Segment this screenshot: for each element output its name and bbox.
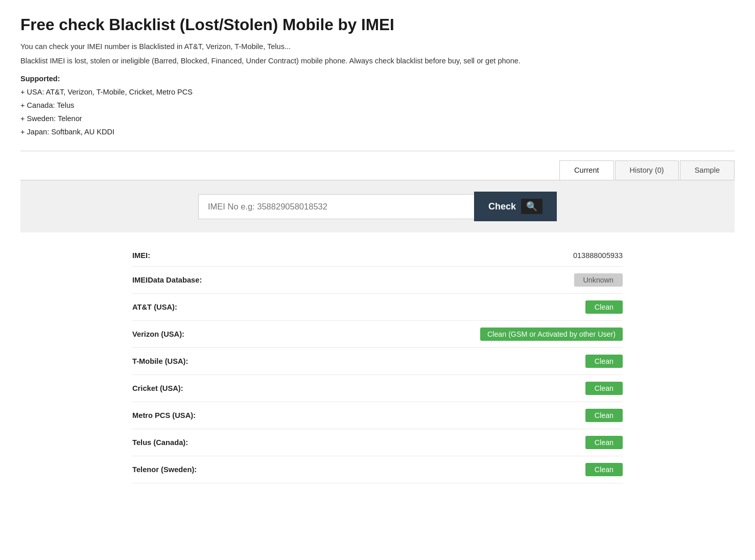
result-badge: Clean (GSM or Activated by other User) [480, 328, 623, 341]
result-badge: Clean [585, 382, 623, 395]
result-row: IMEIData Database:Unknown [132, 267, 623, 294]
tab-current[interactable]: Current [559, 160, 614, 180]
result-label: Cricket (USA): [132, 384, 183, 392]
check-button-label: Check [488, 201, 516, 212]
result-row: Verizon (USA):Clean (GSM or Activated by… [132, 321, 623, 348]
supported-label: Supported: [20, 75, 60, 83]
result-label: Metro PCS (USA): [132, 411, 196, 419]
intro-line2: Blacklist IMEI is lost, stolen or inelig… [20, 56, 735, 67]
result-label: Telus (Canada): [132, 438, 188, 447]
result-label: T-Mobile (USA): [132, 357, 188, 365]
search-area: Check 🔍 [20, 180, 735, 232]
result-badge: Clean [585, 300, 623, 314]
result-row: T-Mobile (USA):Clean [132, 348, 623, 375]
result-label: Verizon (USA): [132, 330, 184, 338]
supported-item: + USA: AT&T, Verizon, T-Mobile, Cricket,… [20, 85, 735, 99]
tab-sample[interactable]: Sample [680, 160, 735, 180]
tabs-row: CurrentHistory (0)Sample [20, 160, 735, 180]
intro-line1: You can check your IMEI number is Blackl… [20, 41, 735, 53]
result-badge: Clean [585, 436, 623, 449]
results-container: IMEI: 013888005933 IMEIData Database:Unk… [132, 245, 623, 483]
result-badge: Unknown [574, 273, 623, 287]
result-row: Telus (Canada):Clean [132, 429, 623, 456]
result-row: Telenor (Sweden):Clean [132, 456, 623, 483]
result-badge: Clean [585, 409, 623, 422]
result-row: AT&T (USA):Clean [132, 294, 623, 321]
supported-item: + Japan: Softbank, AU KDDI [20, 125, 735, 138]
search-icon: 🔍 [521, 199, 542, 214]
result-label: IMEIData Database: [132, 276, 202, 284]
page-title: Free check Blacklist (Lost/Stolen) Mobil… [20, 15, 735, 34]
result-label: AT&T (USA): [132, 303, 177, 311]
supported-section: Supported: + USA: AT&T, Verizon, T-Mobil… [20, 72, 735, 139]
supported-items: + USA: AT&T, Verizon, T-Mobile, Cricket,… [20, 85, 735, 139]
supported-item: + Sweden: Telenor [20, 112, 735, 125]
supported-item: + Canada: Telus [20, 99, 735, 112]
tab-history-0[interactable]: History (0) [615, 160, 679, 180]
imei-row: IMEI: 013888005933 [132, 245, 623, 267]
result-rows: IMEIData Database:UnknownAT&T (USA):Clea… [132, 267, 623, 483]
result-badge: Clean [585, 463, 623, 476]
result-row: Cricket (USA):Clean [132, 375, 623, 402]
imei-label: IMEI: [132, 251, 150, 260]
result-badge: Clean [585, 355, 623, 368]
divider [20, 151, 735, 151]
imei-value: 013888005933 [573, 251, 623, 260]
check-button[interactable]: Check 🔍 [474, 192, 557, 221]
result-label: Telenor (Sweden): [132, 465, 197, 474]
imei-input[interactable] [198, 194, 474, 219]
result-row: Metro PCS (USA):Clean [132, 402, 623, 429]
